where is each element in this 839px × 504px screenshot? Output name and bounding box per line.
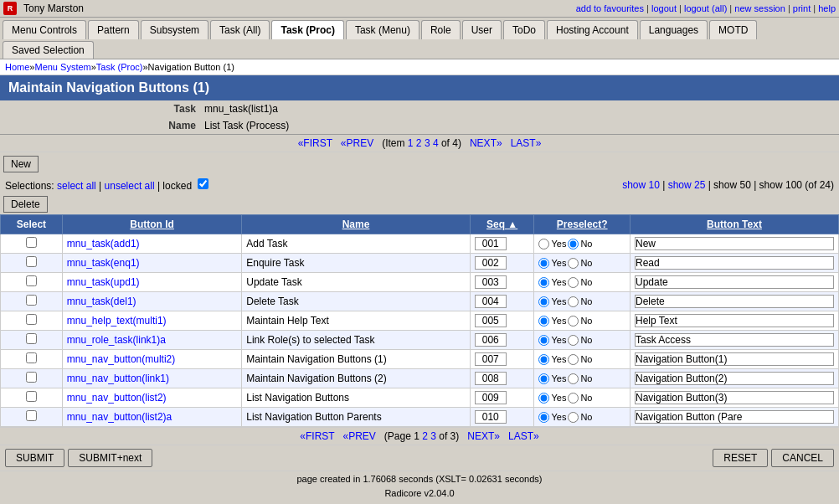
button-text-input-4[interactable]: [635, 314, 834, 327]
page-2-top[interactable]: 2: [416, 137, 422, 149]
button-id-link[interactable]: mnu_task(enq1): [67, 257, 140, 269]
row-checkbox-0[interactable]: [26, 237, 37, 248]
preselect-no-2[interactable]: [568, 277, 579, 288]
first-link-top[interactable]: «FIRST: [298, 137, 332, 149]
row-checkbox-7[interactable]: [26, 372, 37, 383]
nav-tab-subsystem[interactable]: Subsystem: [141, 20, 208, 39]
add-to-favourites-link[interactable]: add to favourites: [576, 3, 644, 13]
preselect-yes-9[interactable]: [538, 412, 549, 423]
nav-tab-hosting-account[interactable]: Hosting Account: [547, 20, 638, 39]
nav-tab-menu-controls[interactable]: Menu Controls: [3, 20, 86, 39]
next-link-bottom[interactable]: NEXT»: [467, 430, 500, 442]
page-3-top[interactable]: 3: [425, 137, 430, 149]
button-id-link[interactable]: mnu_nav_button(link1): [67, 373, 169, 384]
seq-input-6[interactable]: [475, 352, 507, 366]
select-all-link[interactable]: select all: [57, 180, 96, 192]
first-link-bottom[interactable]: «FIRST: [300, 430, 334, 442]
saved-selection-tab[interactable]: Saved Selection: [3, 41, 94, 59]
button-text-input-1[interactable]: [635, 256, 834, 270]
button-text-input-9[interactable]: [635, 410, 834, 424]
nav-tab-user[interactable]: User: [462, 20, 502, 39]
button-text-input-7[interactable]: [635, 372, 834, 385]
preselect-no-5[interactable]: [568, 335, 579, 346]
seq-input-2[interactable]: [475, 275, 507, 289]
show-10-link[interactable]: show 10: [622, 179, 660, 191]
button-id-link[interactable]: mnu_role_task(link1)a: [67, 334, 166, 346]
breadcrumb-task-proc[interactable]: Task (Proc): [96, 62, 143, 72]
preselect-no-0[interactable]: [568, 239, 579, 249]
breadcrumb-menu-system[interactable]: Menu System: [34, 62, 90, 72]
preselect-no-1[interactable]: [568, 258, 579, 269]
nav-tab-role[interactable]: Role: [421, 20, 461, 39]
prev-link-bottom[interactable]: «PREV: [342, 430, 375, 442]
button-text-input-5[interactable]: [635, 333, 834, 347]
button-id-link[interactable]: mnu_task(add1): [67, 238, 140, 249]
seq-input-0[interactable]: [475, 237, 507, 250]
row-checkbox-2[interactable]: [26, 275, 37, 286]
seq-input-1[interactable]: [475, 256, 507, 270]
button-text-input-3[interactable]: [635, 295, 834, 308]
sort-seq[interactable]: Seq ▲: [486, 219, 517, 230]
row-checkbox-6[interactable]: [26, 352, 37, 363]
preselect-yes-8[interactable]: [538, 393, 549, 404]
logout-link[interactable]: logout: [651, 3, 677, 13]
button-id-link[interactable]: mnu_task(upd1): [67, 276, 140, 288]
button-id-link[interactable]: mnu_nav_button(list2): [67, 392, 167, 404]
preselect-yes-7[interactable]: [538, 373, 549, 384]
prev-link-top[interactable]: «PREV: [341, 137, 373, 149]
preselect-no-9[interactable]: [568, 412, 579, 423]
row-checkbox-8[interactable]: [26, 391, 37, 402]
preselect-yes-1[interactable]: [538, 258, 549, 269]
row-checkbox-4[interactable]: [26, 314, 37, 325]
page-2-bottom[interactable]: 2: [422, 430, 428, 442]
button-id-link[interactable]: mnu_nav_button(list2)a: [67, 411, 172, 423]
breadcrumb-home[interactable]: Home: [5, 62, 29, 72]
nav-tab-todo[interactable]: ToDo: [503, 20, 545, 39]
preselect-no-7[interactable]: [568, 373, 579, 384]
button-text-input-8[interactable]: [635, 391, 834, 404]
preselect-no-4[interactable]: [568, 316, 579, 327]
seq-input-5[interactable]: [475, 333, 507, 347]
page-1-top[interactable]: 1: [408, 137, 414, 149]
show-25-link[interactable]: show 25: [668, 179, 706, 191]
sort-name[interactable]: Name: [342, 219, 370, 230]
next-link-top[interactable]: NEXT»: [470, 137, 502, 149]
button-text-input-6[interactable]: [635, 352, 834, 366]
row-checkbox-5[interactable]: [26, 333, 37, 344]
logout-all-link[interactable]: logout (all): [684, 3, 727, 13]
nav-tab-languages[interactable]: Languages: [640, 20, 708, 39]
row-checkbox-9[interactable]: [26, 410, 37, 421]
row-checkbox-1[interactable]: [26, 256, 37, 267]
submit-button[interactable]: SUBMIT: [5, 449, 64, 467]
page-3-bottom[interactable]: 3: [430, 430, 436, 442]
nav-tab-motd[interactable]: MOTD: [709, 20, 757, 39]
preselect-no-8[interactable]: [568, 393, 579, 404]
seq-input-9[interactable]: [475, 410, 507, 424]
new-session-link[interactable]: new session: [734, 3, 785, 13]
preselect-yes-2[interactable]: [538, 277, 549, 288]
submit-next-button[interactable]: SUBMIT+next: [68, 449, 152, 467]
help-link[interactable]: help: [818, 3, 836, 13]
locked-checkbox[interactable]: [198, 178, 208, 189]
nav-tab-task--menu-[interactable]: Task (Menu): [346, 20, 420, 39]
page-4-top[interactable]: 4: [433, 137, 439, 149]
preselect-yes-0[interactable]: [538, 239, 549, 249]
print-link[interactable]: print: [793, 3, 811, 13]
sort-preselect[interactable]: Preselect?: [557, 219, 608, 230]
reset-button[interactable]: RESET: [713, 449, 768, 467]
button-id-link[interactable]: mnu_help_text(multi1): [67, 315, 167, 327]
new-button[interactable]: New: [3, 156, 39, 172]
seq-input-8[interactable]: [475, 391, 507, 404]
nav-tab-task--proc-[interactable]: Task (Proc): [271, 20, 343, 39]
unselect-all-link[interactable]: unselect all: [105, 180, 155, 192]
sort-button-id[interactable]: Button Id: [130, 219, 174, 230]
preselect-yes-3[interactable]: [538, 296, 549, 307]
cancel-button[interactable]: CANCEL: [771, 449, 834, 467]
preselect-yes-4[interactable]: [538, 316, 549, 327]
seq-input-3[interactable]: [475, 295, 507, 308]
last-link-bottom[interactable]: LAST»: [508, 430, 539, 442]
seq-input-4[interactable]: [475, 314, 507, 327]
preselect-no-3[interactable]: [568, 296, 579, 307]
preselect-yes-6[interactable]: [538, 354, 549, 365]
button-id-link[interactable]: mnu_task(del1): [67, 296, 136, 307]
